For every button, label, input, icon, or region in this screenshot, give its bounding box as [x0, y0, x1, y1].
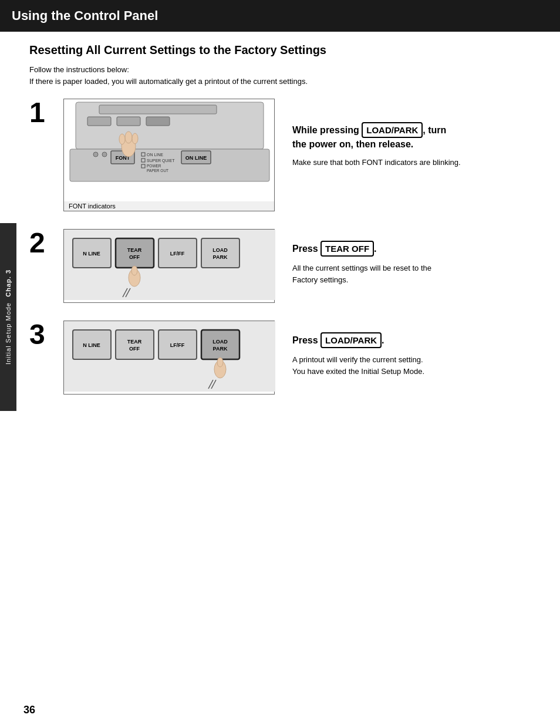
svg-text:LOAD: LOAD [212, 247, 228, 253]
step-1-instructions: While pressing LOAD/PARK, turn the power… [286, 99, 468, 168]
svg-text:TEAR: TEAR [127, 339, 142, 345]
page-title: Resetting All Current Settings to the Fa… [29, 43, 537, 57]
svg-point-50 [217, 358, 223, 367]
diagram1-labels: FONT indicators [64, 201, 274, 211]
page-number: 36 [23, 704, 35, 716]
keyboard-illustration-3: N LINE TEAR OFF LF/FF LOAD PARK [64, 321, 275, 392]
page-header: Using the Control Panel [0, 0, 560, 32]
step-2-sub-text: All the current settings will be reset t… [292, 262, 431, 285]
svg-point-35 [131, 266, 137, 275]
step-2-main-instruction: Press TEAR OFF. [292, 241, 431, 257]
printer-illustration: FONT ON LINE SUPER QUIET POWER PAPER OUT… [64, 99, 275, 199]
svg-rect-26 [116, 238, 154, 268]
load-park-kbd-1: LOAD/PARK [362, 122, 423, 138]
svg-text:LOAD: LOAD [212, 339, 228, 345]
svg-text:LF/FF: LF/FF [170, 251, 185, 257]
svg-text:ON LINE: ON LINE [185, 155, 207, 161]
svg-text:POWER: POWER [147, 164, 161, 168]
step-3-main-instruction: Press LOAD/PARK. [292, 332, 424, 348]
intro-text: Follow the instructions below: If there … [29, 64, 537, 87]
svg-text:PARK: PARK [213, 254, 228, 260]
svg-rect-4 [146, 117, 170, 126]
step-1-number: 1 [29, 99, 59, 127]
step-1-left: 1 [29, 99, 275, 211]
chap-label: Chap. 3 [5, 269, 12, 297]
svg-rect-6 [93, 152, 98, 157]
step-2-diagram: N LINE TEAR OFF LF/FF LOAD PARK [63, 229, 275, 303]
step-2-instructions: Press TEAR OFF. All the current settings… [286, 229, 437, 285]
step-2-left: 2 N LINE TEAR OFF LF/FF [29, 229, 275, 303]
svg-rect-2 [87, 117, 111, 126]
step-1-row: 1 [29, 99, 537, 211]
header-title: Using the Control Panel [12, 8, 158, 23]
svg-text:LF/FF: LF/FF [170, 342, 185, 348]
step-3-left: 3 N LINE TEAR OFF LF/FF [29, 321, 275, 395]
intro-line1: Follow the instructions below: [29, 64, 537, 76]
svg-text:PAPER OUT: PAPER OUT [147, 168, 168, 173]
svg-point-22 [119, 134, 125, 144]
svg-text:OFF: OFF [129, 254, 140, 260]
step-3-sub-text: A printout will verify the current setti… [292, 354, 424, 377]
keyboard-illustration-2: N LINE TEAR OFF LF/FF LOAD PARK [64, 230, 275, 300]
step-2-row: 2 N LINE TEAR OFF LF/FF [29, 229, 537, 303]
step-1-sub-text: Make sure that both FONT indicators are … [292, 157, 463, 168]
svg-rect-46 [201, 330, 239, 359]
step-3-instructions: Press LOAD/PARK. A printout will verify … [286, 321, 430, 377]
svg-rect-3 [117, 117, 140, 126]
svg-point-20 [125, 132, 132, 143]
svg-text:N LINE: N LINE [83, 251, 100, 257]
font-indicators-label: FONT indicators [69, 203, 116, 210]
svg-rect-1 [99, 105, 217, 114]
mode-label: Initial Setup Mode [5, 302, 12, 365]
svg-rect-7 [102, 152, 107, 157]
step-3-row: 3 N LINE TEAR OFF LF/FF [29, 321, 537, 395]
svg-rect-31 [201, 238, 239, 268]
svg-text:N LINE: N LINE [83, 342, 100, 348]
side-tab: Chap. 3 Initial Setup Mode [0, 223, 16, 411]
step-3-diagram: N LINE TEAR OFF LF/FF LOAD PARK [63, 321, 275, 395]
svg-text:SUPER QUIET: SUPER QUIET [147, 159, 175, 163]
tear-off-kbd: TEAR OFF [321, 241, 374, 257]
svg-text:ON LINE: ON LINE [147, 153, 163, 157]
intro-line2: If there is paper loaded, you will autom… [29, 76, 537, 87]
step-1-diagram: FONT ON LINE SUPER QUIET POWER PAPER OUT… [63, 99, 275, 211]
step-1-main-instruction: While pressing LOAD/PARK, turn the power… [292, 122, 463, 151]
svg-text:TEAR: TEAR [127, 247, 142, 253]
svg-rect-41 [116, 330, 154, 359]
svg-rect-5 [70, 149, 269, 181]
svg-text:PARK: PARK [213, 346, 228, 352]
svg-point-21 [132, 133, 138, 144]
main-content: Resetting All Current Settings to the Fa… [0, 32, 560, 424]
load-park-kbd-3: LOAD/PARK [321, 332, 382, 348]
step-2-number: 2 [29, 229, 59, 257]
step-3-number: 3 [29, 321, 59, 349]
svg-text:OFF: OFF [129, 346, 140, 352]
